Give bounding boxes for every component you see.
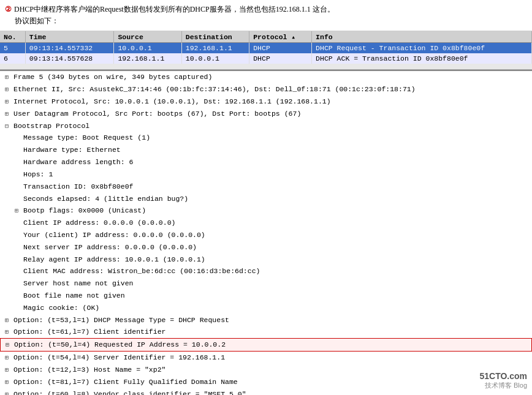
detail-text: Transaction ID: 0x8bf80e0f xyxy=(23,182,133,190)
detail-line[interactable]: Message type: Boot Request (1) xyxy=(0,132,532,144)
expander-icon[interactable]: ⊞ xyxy=(5,73,13,83)
expander-icon[interactable]: ⊞ xyxy=(5,97,13,107)
detail-line[interactable]: Magic cookie: (OK) xyxy=(0,302,532,314)
table-cell: 09:13:14.557332 xyxy=(25,43,114,54)
table-cell: 09:13:14.557628 xyxy=(25,53,114,64)
detail-text: Magic cookie: (OK) xyxy=(23,304,99,312)
detail-text: Client IP address: 0.0.0.0 (0.0.0.0) xyxy=(23,219,175,227)
detail-line[interactable]: ⊞Option: (t=53,l=1) DHCP Message Type = … xyxy=(0,314,532,326)
packet-table: No. Time Source Destination Protocol ▴ I… xyxy=(0,31,532,64)
detail-text: Option: (t=53,l=1) DHCP Message Type = D… xyxy=(13,316,229,324)
detail-line[interactable]: Hardware type: Ethernet xyxy=(0,144,532,156)
expander-icon[interactable]: ⊞ xyxy=(6,340,14,350)
expander-icon[interactable]: ⊞ xyxy=(5,390,13,396)
table-row[interactable]: 509:13:14.55733210.0.0.1192.168.1.1DHCPD… xyxy=(0,43,532,54)
col-destination[interactable]: Destination xyxy=(181,31,249,43)
detail-text: Option: (t=12,l=3) Host Name = "xp2" xyxy=(13,366,165,374)
detail-line[interactable]: Server host name not given xyxy=(0,277,532,290)
expander-icon[interactable]: ⊞ xyxy=(5,110,13,119)
table-cell: DHCP ACK = Transaction ID 0x8bf80e0f xyxy=(312,53,532,64)
detail-line[interactable]: ⊞Option: (t=61,l=7) Client identifier xyxy=(0,326,532,338)
col-info: Info xyxy=(312,31,532,43)
table-cell: DHCP xyxy=(249,53,312,64)
col-protocol[interactable]: Protocol ▴ xyxy=(249,31,312,43)
expander-icon[interactable]: ⊞ xyxy=(5,378,13,388)
detail-panel: ⊞Frame 5 (349 bytes on wire, 349 bytes c… xyxy=(0,71,532,395)
detail-text: Option: (t=61,l=7) Client identifier xyxy=(13,328,165,336)
detail-text: Bootp flags: 0x0000 (Unicast) xyxy=(23,206,146,214)
expander-icon[interactable]: ⊞ xyxy=(5,353,13,363)
detail-text: Internet Protocol, Src: 10.0.0.1 (10.0.0… xyxy=(13,97,331,105)
col-source[interactable]: Source xyxy=(114,31,181,43)
detail-line[interactable]: ⊞Option: (t=50,l=4) Requested IP Address… xyxy=(0,338,532,352)
detail-line[interactable]: Hardware address length: 6 xyxy=(0,156,532,168)
detail-text: Server host name not given xyxy=(23,279,133,287)
table-cell: 6 xyxy=(0,53,25,64)
expander-icon[interactable]: ⊟ xyxy=(5,122,13,132)
col-time: Time xyxy=(25,31,114,43)
detail-line[interactable]: ⊞User Datagram Protocol, Src Port: bootp… xyxy=(0,108,532,120)
packet-table-wrapper: No. Time Source Destination Protocol ▴ I… xyxy=(0,31,532,71)
detail-line[interactable]: ⊞Option: (t=12,l=3) Host Name = "xp2" xyxy=(0,364,532,376)
table-cell: DHCP xyxy=(249,43,312,54)
detail-line[interactable]: Client IP address: 0.0.0.0 (0.0.0.0) xyxy=(0,217,532,229)
table-row[interactable]: 609:13:14.557628192.168.1.110.0.0.1DHCPD… xyxy=(0,53,532,64)
detail-line[interactable]: Seconds elapsed: 4 (little endian bug?) xyxy=(0,193,532,205)
detail-text: Bootstrap Protocol xyxy=(13,122,89,130)
notice-line2: 协议图如下： xyxy=(15,17,59,25)
top-notice: ②DHCP中继程序将客户端的Request数据包转发到所有的DHCP服务器，当然… xyxy=(0,0,532,31)
detail-line[interactable]: ⊞Option: (t=81,l=7) Client Fully Qualifi… xyxy=(0,376,532,388)
detail-line[interactable]: ⊞Ethernet II, Src: AsustekC_37:14:46 (00… xyxy=(0,83,532,96)
detail-line[interactable]: Client MAC address: Wistron_be:6d:cc (00… xyxy=(0,265,532,277)
expander-icon[interactable]: ⊞ xyxy=(5,316,13,326)
expander-icon[interactable]: ⊞ xyxy=(5,328,13,337)
detail-text: Your (client) IP address: 0.0.0.0 (0.0.0… xyxy=(23,231,205,239)
detail-text: Boot file name not given xyxy=(23,292,125,299)
detail-text: Message type: Boot Request (1) xyxy=(23,134,150,141)
table-cell: 192.168.1.1 xyxy=(181,43,249,54)
detail-text: Hardware address length: 6 xyxy=(23,158,133,166)
detail-line[interactable]: ⊞Internet Protocol, Src: 10.0.0.1 (10.0.… xyxy=(0,96,532,108)
detail-text: Option: (t=50,l=4) Requested IP Address … xyxy=(14,340,226,348)
detail-line[interactable]: ⊞Option: (t=60,l=8) Vendor class identif… xyxy=(0,388,532,396)
detail-text: Option: (t=81,l=7) Client Fully Qualifie… xyxy=(13,378,238,386)
expander-icon[interactable]: ⊞ xyxy=(5,85,13,95)
detail-line[interactable]: Your (client) IP address: 0.0.0.0 (0.0.0… xyxy=(0,229,532,241)
detail-line[interactable]: ⊞Bootp flags: 0x0000 (Unicast) xyxy=(0,205,532,217)
table-cell: 5 xyxy=(0,43,25,54)
detail-text: Ethernet II, Src: AsustekC_37:14:46 (00:… xyxy=(13,85,416,93)
detail-line[interactable]: Boot file name not given xyxy=(0,290,532,302)
table-header-row: No. Time Source Destination Protocol ▴ I… xyxy=(0,31,532,43)
notice-line1: DHCP中继程序将客户端的Request数据包转发到所有的DHCP服务器，当然也… xyxy=(14,5,335,13)
detail-text: Option: (t=60,l=8) Vendor class identifi… xyxy=(13,390,246,396)
table-cell: 10.0.0.1 xyxy=(114,43,181,54)
table-cell: 10.0.0.1 xyxy=(181,53,249,64)
detail-text: Frame 5 (349 bytes on wire, 349 bytes ca… xyxy=(13,73,212,81)
detail-line[interactable]: Hops: 1 xyxy=(0,168,532,181)
detail-text: Hops: 1 xyxy=(23,170,53,178)
detail-line[interactable]: ⊞Frame 5 (349 bytes on wire, 349 bytes c… xyxy=(0,71,532,83)
detail-text: Client MAC address: Wistron_be:6d:cc (00… xyxy=(23,267,260,275)
notice-icon: ② xyxy=(5,5,12,13)
detail-line[interactable]: ⊞Option: (t=54,l=4) Server Identifier = … xyxy=(0,352,532,364)
detail-line[interactable]: Transaction ID: 0x8bf80e0f xyxy=(0,181,532,193)
expander-icon[interactable]: ⊞ xyxy=(15,206,23,216)
detail-text: User Datagram Protocol, Src Port: bootps… xyxy=(13,110,301,118)
detail-line[interactable]: Next server IP address: 0.0.0.0 (0.0.0.0… xyxy=(0,241,532,254)
detail-text: Next server IP address: 0.0.0.0 (0.0.0.0… xyxy=(23,243,197,251)
detail-text: Seconds elapsed: 4 (little endian bug?) xyxy=(23,195,188,203)
detail-text: Relay agent IP address: 10.0.0.1 (10.0.0… xyxy=(23,255,205,263)
detail-line[interactable]: Relay agent IP address: 10.0.0.1 (10.0.0… xyxy=(0,254,532,266)
table-cell: 192.168.1.1 xyxy=(114,53,181,64)
expander-icon[interactable]: ⊞ xyxy=(5,366,13,375)
detail-line[interactable]: ⊟Bootstrap Protocol xyxy=(0,120,532,132)
detail-text: Option: (t=54,l=4) Server Identifier = 1… xyxy=(13,353,225,361)
col-no: No. xyxy=(0,31,25,43)
detail-text: Hardware type: Ethernet xyxy=(23,146,121,154)
table-cell: DHCP Request - Transaction ID 0x8bf80e0f xyxy=(312,43,532,54)
horizontal-scrollbar[interactable] xyxy=(0,64,532,70)
